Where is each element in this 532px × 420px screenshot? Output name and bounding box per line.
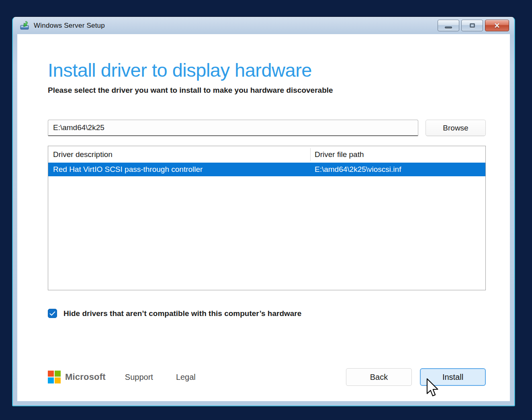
checkmark-icon [49,311,55,316]
driver-row-selected[interactable]: Red Hat VirtIO SCSI pass-through control… [48,163,485,176]
hide-incompatible-label[interactable]: Hide drivers that aren’t compatible with… [63,309,301,318]
minimize-button[interactable] [438,20,459,31]
driver-path-input[interactable] [48,120,418,136]
maximize-icon [470,23,475,28]
legal-link[interactable]: Legal [176,373,196,382]
page-subtitle: Please select the driver you want to ins… [48,86,486,95]
close-button[interactable]: ✕ [485,20,509,31]
microsoft-wordmark: Microsoft [65,372,106,382]
back-button[interactable]: Back [346,368,412,386]
microsoft-logo-icon [48,371,61,383]
install-button[interactable]: Install [420,368,486,386]
minimize-icon [445,27,452,29]
driver-description-cell: Red Hat VirtIO SCSI pass-through control… [48,165,311,174]
close-icon: ✕ [494,22,500,29]
page-title: Install driver to display hardware [48,59,486,82]
window-controls: ✕ [438,20,509,31]
browse-button[interactable]: Browse [426,120,486,136]
driver-path-row: Browse [48,120,486,136]
driver-list[interactable]: Driver description Driver file path Red … [48,146,486,290]
title-bar[interactable]: Windows Server Setup ✕ [13,17,514,34]
dialog-content: Install driver to display hardware Pleas… [17,34,510,401]
hide-incompatible-checkbox[interactable] [48,309,57,318]
maximize-button[interactable] [461,20,483,31]
support-link[interactable]: Support [125,373,153,382]
setup-window: Windows Server Setup ✕ Install driver to… [12,17,515,406]
column-header-driver-description[interactable]: Driver description [48,148,311,161]
column-header-driver-file-path[interactable]: Driver file path [311,150,485,159]
dialog-footer: Microsoft Support Legal Back Install [48,368,486,386]
driver-list-header: Driver description Driver file path [48,146,485,163]
compatibility-filter-row: Hide drivers that aren’t compatible with… [48,309,486,318]
driver-file-path-cell: E:\amd64\2k25\vioscsi.inf [311,165,485,174]
window-title: Windows Server Setup [34,22,105,30]
installer-app-icon [19,21,30,31]
